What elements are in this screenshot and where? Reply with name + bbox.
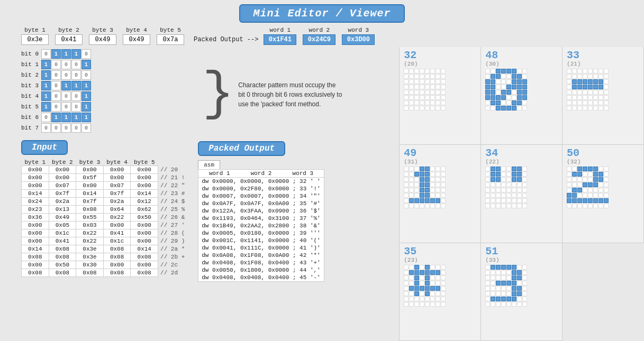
- output-header-row: word 1 word 2 word 3: [198, 170, 324, 178]
- preview-px-5-3-3: [583, 182, 587, 187]
- preview-px-0-7-0: [404, 106, 409, 110]
- preview-px-2-3-5: [593, 85, 598, 89]
- preview-px-2-4-3: [583, 90, 587, 95]
- word-outputs: word 1 0x1F41 word 2 0x24C9 word 3 0x3D0…: [264, 27, 379, 45]
- preview-px-2-6-0: [567, 100, 572, 105]
- preview-px-7-7-7: [522, 302, 527, 307]
- preview-px-3-5-0: [404, 193, 409, 198]
- byte1-input[interactable]: [21, 34, 49, 45]
- preview-px-4-0-4: [506, 167, 511, 171]
- preview-px-0-7-4: [425, 106, 430, 110]
- preview-px-0-4-6: [436, 90, 440, 95]
- preview-px-1-4-7: [522, 90, 527, 95]
- bit-cell-r7-c2: 0: [61, 123, 71, 133]
- preview-px-3-1-1: [409, 172, 414, 177]
- preview-px-6-4-6: [436, 286, 440, 291]
- input-comment-7: // 27 ': [158, 222, 187, 229]
- output-table-row-3: dw 0x0A7F, 0x0A7F, 0x0A00 ; 35 '#': [198, 200, 324, 207]
- preview-px-2-7-2: [577, 106, 582, 110]
- preview-px-1-0-2: [496, 69, 501, 73]
- bit-cell-r2-c0: 1: [41, 70, 51, 80]
- preview-px-1-4-2: [496, 90, 501, 95]
- input-cell-r9-c0: 0x00: [22, 237, 49, 245]
- preview-px-7-6-6: [517, 297, 522, 301]
- preview-px-6-7-4: [425, 302, 430, 307]
- byte5-input[interactable]: [157, 34, 184, 45]
- preview-px-5-1-2: [577, 172, 582, 177]
- byte2-input[interactable]: [55, 34, 83, 45]
- preview-px-6-0-1: [409, 265, 414, 270]
- byte4-input[interactable]: [123, 34, 150, 45]
- preview-px-1-6-2: [496, 100, 501, 105]
- preview-px-0-1-6: [436, 74, 440, 79]
- preview-px-0-3-3: [420, 85, 424, 89]
- preview-px-5-4-1: [572, 188, 577, 192]
- input-table-row-13: 0x080x080x080x080x08// 2d: [22, 269, 187, 277]
- preview-px-2-2-7: [604, 79, 609, 84]
- bit-row-label-7: bit 7: [21, 125, 41, 131]
- preview-px-3-5-5: [430, 193, 435, 198]
- preview-px-6-0-4: [425, 265, 430, 270]
- preview-px-6-1-5: [430, 270, 435, 275]
- preview-px-2-5-1: [572, 95, 577, 100]
- preview-px-1-1-1: [491, 74, 495, 79]
- input-table-row-11: 0x080x080x3e0x080x08// 2b +: [22, 253, 187, 261]
- preview-px-0-2-3: [420, 79, 424, 84]
- bit-row-label-4: bit 4: [21, 93, 41, 99]
- preview-px-0-0-6: [436, 69, 440, 73]
- preview-px-4-0-7: [522, 167, 527, 171]
- preview-char-sub-7: (33): [485, 257, 499, 263]
- preview-char-grid-6: [404, 265, 446, 307]
- preview-px-2-3-0: [567, 85, 572, 89]
- input-cell-r4-c4: 0x12: [131, 198, 158, 206]
- preview-px-0-7-7: [441, 106, 446, 110]
- preview-px-6-3-4: [425, 281, 430, 285]
- preview-px-3-5-6: [436, 193, 440, 198]
- preview-px-5-6-7: [604, 198, 609, 203]
- preview-char-panel-5: 50(32): [563, 145, 644, 243]
- input-cell-r7-c3: 0x00: [103, 222, 131, 229]
- input-comment-6: // 26 &: [158, 214, 187, 222]
- input-cell-r8-c1: 0x1c: [49, 229, 76, 237]
- preview-px-4-4-0: [485, 188, 490, 192]
- preview-px-6-5-1: [409, 291, 414, 296]
- preview-px-2-7-4: [588, 106, 593, 110]
- output-col-word1: word 1: [198, 170, 240, 178]
- preview-px-5-3-7: [604, 182, 609, 187]
- preview-px-2-0-5: [593, 69, 598, 73]
- preview-px-7-4-0: [485, 286, 490, 291]
- preview-px-2-6-5: [593, 100, 598, 105]
- input-cell-r1-c3: 0x00: [103, 174, 131, 182]
- preview-px-3-0-0: [404, 167, 409, 171]
- word1-label: word 1: [270, 27, 291, 33]
- preview-px-6-6-6: [436, 297, 440, 301]
- preview-px-5-0-4: [588, 167, 593, 171]
- preview-px-0-6-0: [404, 100, 409, 105]
- preview-px-1-5-3: [501, 95, 506, 100]
- output-table-wrapper: asm word 1 word 2 word 3 dw 0x0000, 0x00…: [198, 160, 399, 282]
- preview-char-panel-6: 35(23): [400, 243, 481, 341]
- preview-px-0-5-1: [409, 95, 414, 100]
- input-cell-r2-c1: 0x07: [49, 182, 76, 190]
- bit-cell-r0-c1: 1: [51, 49, 61, 59]
- word1-value: 0x1F41: [264, 34, 296, 45]
- preview-px-6-4-2: [414, 286, 419, 291]
- preview-px-2-6-7: [604, 100, 609, 105]
- preview-px-0-3-5: [430, 85, 435, 89]
- preview-px-6-7-3: [420, 302, 424, 307]
- preview-px-7-4-6: [517, 286, 522, 291]
- word1-group: word 1 0x1F41: [264, 27, 296, 45]
- bit-cell-r6-c1: 1: [51, 113, 61, 122]
- preview-px-6-3-0: [404, 281, 409, 285]
- preview-px-5-7-7: [604, 204, 609, 208]
- bit-cell-r2-c3: 0: [71, 70, 81, 80]
- input-col-byte3: byte 3: [76, 159, 104, 166]
- preview-px-7-6-2: [496, 297, 501, 301]
- preview-px-3-1-3: [420, 172, 424, 177]
- preview-px-4-1-1: [491, 172, 495, 177]
- byte3-input[interactable]: [89, 34, 116, 45]
- preview-px-2-5-6: [598, 95, 603, 100]
- preview-px-1-5-2: [496, 95, 501, 100]
- asm-tab[interactable]: asm: [198, 160, 220, 169]
- preview-px-2-7-0: [567, 106, 572, 110]
